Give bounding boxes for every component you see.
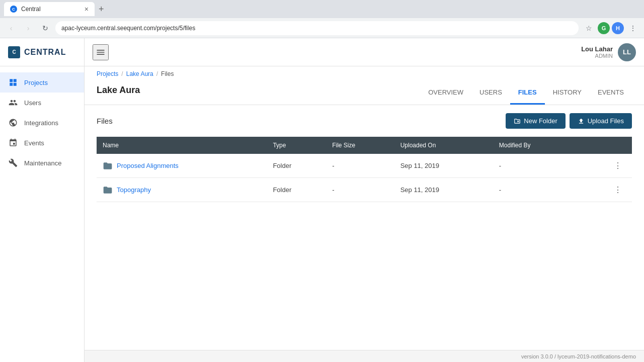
avatar-h: H [612, 22, 624, 34]
sidebar-item-events[interactable]: Events [0, 133, 84, 153]
row1-more: ⋮ [578, 154, 632, 178]
project-header: Lake Aura OVERVIEW USERS FILES HISTORY E… [85, 77, 644, 105]
breadcrumb-projects[interactable]: Projects [97, 70, 118, 77]
tab-history[interactable]: HISTORY [545, 81, 590, 105]
breadcrumb-sep-2: / [156, 70, 158, 77]
action-buttons: New Folder Upload Files [506, 113, 632, 129]
table-row: Topography Folder - Sep 11, 2019 - ⋮ [97, 178, 632, 202]
files-section-title: Files [97, 117, 113, 125]
files-table: Name Type File Size Uploaded On Modified… [97, 137, 632, 202]
new-tab-button[interactable]: + [99, 4, 104, 15]
hamburger-button[interactable] [93, 44, 109, 60]
col-name: Name [97, 137, 267, 154]
user-role: ADMIN [581, 53, 613, 59]
col-actions [578, 137, 632, 154]
version-text: version 3.0.0 / lyceum-2019-notification… [521, 353, 636, 359]
breadcrumb-sep-1: / [121, 70, 123, 77]
tab-users[interactable]: USERS [471, 81, 510, 105]
sidebar-item-projects[interactable]: Projects [0, 72, 84, 93]
sidebar-logo: C CENTRAL [0, 38, 84, 66]
row2-more: ⋮ [578, 178, 632, 202]
table-row: Proposed Alignments Folder - Sep 11, 201… [97, 154, 632, 178]
row2-filesize: - [326, 178, 394, 202]
upload-icon [578, 118, 585, 125]
events-icon [8, 138, 18, 148]
tab-favicon: C [10, 6, 17, 13]
app-footer: version 3.0.0 / lyceum-2019-notification… [85, 350, 644, 362]
tab-overview[interactable]: OVERVIEW [420, 81, 471, 105]
breadcrumb-lake-aura[interactable]: Lake Aura [126, 70, 153, 77]
sidebar-item-users[interactable]: Users [0, 93, 84, 113]
sidebar-integrations-label: Integrations [24, 119, 58, 127]
sidebar-item-integrations[interactable]: Integrations [0, 113, 84, 133]
row1-modified: - [493, 154, 578, 178]
files-section: Files New Folder Upload Files [85, 105, 644, 210]
menu-button[interactable]: ⋮ [626, 21, 640, 35]
tab-close-icon[interactable]: × [85, 5, 89, 13]
col-filesize: File Size [326, 137, 394, 154]
user-info: Lou Lahar ADMIN [581, 45, 613, 59]
table-header-row: Name Type File Size Uploaded On Modified… [97, 137, 632, 154]
browser-tab[interactable]: C Central × [4, 2, 95, 16]
project-title: Lake Aura [97, 85, 140, 102]
projects-icon [8, 77, 18, 87]
breadcrumb: Projects / Lake Aura / Files [85, 66, 644, 77]
topbar: Lou Lahar ADMIN LL [85, 38, 644, 66]
files-header-row: Files New Folder Upload Files [97, 113, 632, 129]
upload-files-button[interactable]: Upload Files [570, 113, 632, 129]
new-folder-icon [514, 118, 521, 125]
row1-filesize: - [326, 154, 394, 178]
logo-mark: C [8, 46, 20, 58]
sidebar-events-label: Events [24, 139, 44, 147]
new-folder-label: New Folder [524, 117, 557, 125]
tab-events[interactable]: EVENTS [590, 81, 632, 105]
sidebar-users-label: Users [24, 99, 41, 107]
row1-type: Folder [267, 154, 326, 178]
maintenance-icon [8, 158, 18, 168]
sidebar-projects-label: Projects [24, 79, 48, 86]
row2-type: Folder [267, 178, 326, 202]
new-folder-button[interactable]: New Folder [506, 113, 565, 129]
browser-chrome: C Central × + [0, 0, 644, 18]
user-area: Lou Lahar ADMIN LL [581, 43, 636, 61]
refresh-button[interactable]: ↻ [38, 21, 52, 35]
browser-nav: ‹ › ↻ ☆ G H ⋮ [0, 18, 644, 38]
row2-modified: - [493, 178, 578, 202]
folder-icon [103, 185, 113, 195]
sidebar-item-maintenance[interactable]: Maintenance [0, 153, 84, 173]
tabs: OVERVIEW USERS FILES HISTORY EVENTS [420, 81, 632, 105]
avatar-g: G [598, 22, 610, 34]
users-icon [8, 98, 18, 108]
url-bar[interactable] [55, 21, 579, 35]
tab-files[interactable]: FILES [510, 81, 545, 105]
folder-icon [103, 161, 113, 171]
row2-more-button[interactable]: ⋮ [610, 183, 626, 197]
back-button[interactable]: ‹ [4, 21, 18, 35]
row2-uploaded: Sep 11, 2019 [394, 178, 493, 202]
tab-title: Central [21, 6, 41, 13]
breadcrumb-current: Files [161, 70, 174, 77]
row1-name: Proposed Alignments [97, 154, 267, 178]
integrations-icon [8, 118, 18, 128]
upload-files-label: Upload Files [588, 117, 624, 125]
forward-button[interactable]: › [21, 21, 35, 35]
main-content: Lou Lahar ADMIN LL Projects / Lake Aura … [85, 38, 644, 362]
content-area: Projects / Lake Aura / Files Lake Aura O… [85, 66, 644, 350]
sidebar-nav: Projects Users Integrations Events [0, 66, 84, 362]
row2-name: Topography [97, 178, 267, 202]
user-avatar: LL [618, 43, 636, 61]
col-uploaded: Uploaded On [394, 137, 493, 154]
sidebar-maintenance-label: Maintenance [24, 159, 61, 167]
user-name: Lou Lahar [581, 45, 613, 53]
row1-uploaded: Sep 11, 2019 [394, 154, 493, 178]
col-modified: Modified By [493, 137, 578, 154]
star-button[interactable]: ☆ [582, 21, 596, 35]
col-type: Type [267, 137, 326, 154]
row1-more-button[interactable]: ⋮ [610, 159, 626, 172]
sidebar: C CENTRAL Projects Users Integrations [0, 38, 85, 362]
logo-text: CENTRAL [24, 48, 66, 57]
